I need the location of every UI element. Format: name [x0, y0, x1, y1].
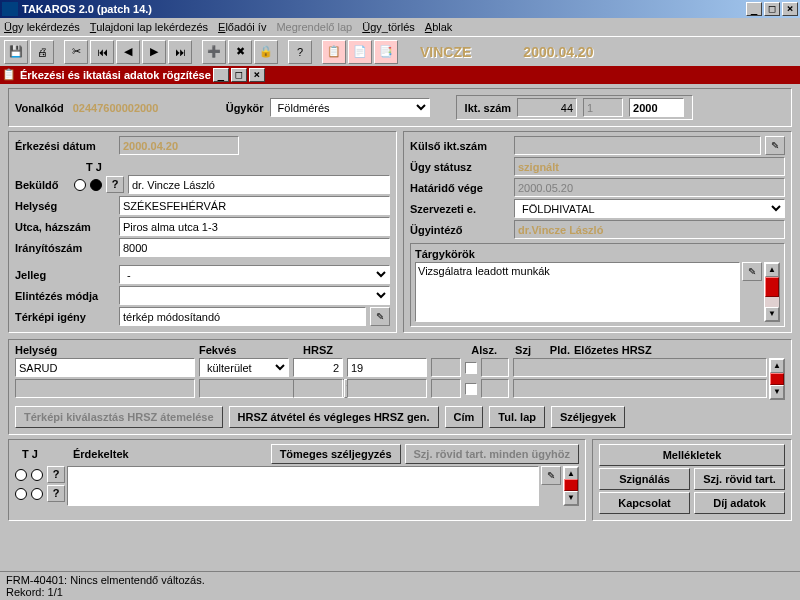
grid-header-fekves: Fekvés	[199, 344, 299, 356]
irsz-input[interactable]	[119, 238, 390, 257]
erdekeltek-scrollbar[interactable]: ▲▼	[563, 466, 579, 506]
szervezeti-label: Szervezeti e.	[410, 203, 510, 215]
subwindow-titlebar: 📋 Érkezési és iktatási adatok rögzítése …	[0, 66, 800, 84]
menu-ablak[interactable]: Ablak	[425, 21, 453, 33]
dijadatok-button[interactable]: Díj adatok	[694, 492, 785, 514]
hatarido-input[interactable]	[514, 178, 785, 197]
erdek-radio-j-1[interactable]	[31, 469, 43, 481]
ikt-sub-input[interactable]	[583, 98, 623, 117]
first-icon[interactable]: ⏮	[90, 40, 114, 64]
erdek-radio-t-1[interactable]	[15, 469, 27, 481]
bekuldo-radio-j[interactable]	[90, 179, 102, 191]
hrszatvetel-button[interactable]: HRSZ átvétel és végleges HRSZ gen.	[229, 406, 439, 428]
erdek-lookup-2[interactable]: ?	[47, 485, 65, 502]
vonalkod-input[interactable]	[70, 98, 200, 117]
szervezeti-select[interactable]: FÖLDHIVATAL	[514, 199, 785, 218]
mellekletek-button[interactable]: Mellékletek	[599, 444, 785, 466]
toolbar-user: VINCZE	[420, 44, 471, 60]
tool-c-icon[interactable]: 📑	[374, 40, 398, 64]
new-icon[interactable]: ➕	[202, 40, 226, 64]
targykorok-scrollbar[interactable]: ▲▼	[764, 262, 780, 322]
terkepigeny-edit-button[interactable]: ✎	[370, 307, 390, 326]
sub-close-button[interactable]: ×	[249, 68, 265, 82]
menu-tulajdoni-lap[interactable]: Tulajdoni lap lekérdezés	[90, 21, 208, 33]
status-bar: FRM-40401: Nincs elmentendő változás. Re…	[0, 571, 800, 600]
save-icon[interactable]: 💾	[4, 40, 28, 64]
menu-eloadoi-iv[interactable]: Előadói ív	[218, 21, 266, 33]
help-icon[interactable]: ?	[288, 40, 312, 64]
utca-input[interactable]	[119, 217, 390, 236]
grid-helyseg-input[interactable]	[15, 358, 195, 377]
erdek-radio-j-2[interactable]	[31, 488, 43, 500]
szeljegyek-button[interactable]: Széljegyek	[551, 406, 625, 428]
grid-szj-checkbox-2[interactable]	[465, 383, 477, 395]
targykorok-textarea[interactable]: Vizsgálatra leadott munkák	[415, 262, 740, 322]
jelleg-label: Jelleg	[15, 269, 115, 281]
grid-alsz-input[interactable]	[431, 358, 461, 377]
kapcsolat-button[interactable]: Kapcsolat	[599, 492, 690, 514]
helyseg-input[interactable]	[119, 196, 390, 215]
grid-szj-checkbox[interactable]	[465, 362, 477, 374]
grid-fekves-select[interactable]: külterület	[199, 358, 289, 377]
subwindow-title: Érkezési és iktatási adatok rögzítése	[20, 69, 211, 81]
grid-pld-input-2[interactable]	[481, 379, 509, 398]
grid-scrollbar[interactable]: ▲▼	[769, 358, 785, 400]
szignalas-button[interactable]: Szignálás	[599, 468, 690, 490]
szjrovid-button[interactable]: Szj. rövid tart.	[694, 468, 785, 490]
grid-elozetes-input-2[interactable]	[513, 379, 767, 398]
print-icon[interactable]: 🖨	[30, 40, 54, 64]
erkdatum-input	[119, 136, 239, 155]
ugykor-select[interactable]: Földmérés	[270, 98, 430, 117]
erdek-lookup-1[interactable]: ?	[47, 466, 65, 483]
bekuldo-label: Beküldő	[15, 179, 70, 191]
elintezes-select[interactable]	[119, 286, 390, 305]
irsz-label: Irányítószám	[15, 242, 115, 254]
lock-icon[interactable]: 🔒	[254, 40, 278, 64]
cut-icon[interactable]: ✂	[64, 40, 88, 64]
grid-hrsz1-input-2[interactable]	[293, 379, 343, 398]
terkepigeny-input[interactable]	[119, 307, 366, 326]
erkdatum-label: Érkezési dátum	[15, 140, 115, 152]
helyseg-label: Helység	[15, 200, 115, 212]
prev-icon[interactable]: ◀	[116, 40, 140, 64]
minimize-button[interactable]: _	[746, 2, 762, 16]
ugystatusz-label: Ügy státusz	[410, 161, 510, 173]
targykorok-edit-button[interactable]: ✎	[742, 262, 762, 281]
grid-hrsz2-input[interactable]	[347, 358, 427, 377]
maximize-button[interactable]: □	[764, 2, 780, 16]
jelleg-select[interactable]: -	[119, 265, 390, 284]
bekuldo-lookup-button[interactable]: ?	[106, 176, 124, 193]
erdek-radio-t-2[interactable]	[15, 488, 27, 500]
grid-header-helyseg: Helység	[15, 344, 195, 356]
menu-ugy-torles[interactable]: Ügy_törlés	[362, 21, 415, 33]
sub-maximize-button[interactable]: □	[231, 68, 247, 82]
close-button[interactable]: ×	[782, 2, 798, 16]
grid-hrsz2-input-2[interactable]	[347, 379, 427, 398]
tool-b-icon[interactable]: 📄	[348, 40, 372, 64]
grid-alsz-input-2[interactable]	[431, 379, 461, 398]
kulsoikt-input[interactable]	[514, 136, 761, 155]
ikt-year-input[interactable]	[629, 98, 684, 117]
menu-ugy-lekerdezes[interactable]: Ügy lekérdezés	[4, 21, 80, 33]
szjrovid-all-button: Szj. rövid tart. minden ügyhöz	[405, 444, 579, 464]
delete-icon[interactable]: ✖	[228, 40, 252, 64]
tool-a-icon[interactable]: 📋	[322, 40, 346, 64]
cim-button[interactable]: Cím	[445, 406, 484, 428]
ikt-num-input[interactable]	[517, 98, 577, 117]
sub-minimize-button[interactable]: _	[213, 68, 229, 82]
last-icon[interactable]: ⏭	[168, 40, 192, 64]
erdekeltek-textarea[interactable]	[67, 466, 539, 506]
erdekeltek-label: Érdekeltek	[73, 448, 129, 460]
next-icon[interactable]: ▶	[142, 40, 166, 64]
tomeges-button[interactable]: Tömeges széljegyzés	[271, 444, 401, 464]
bekuldo-radio-t[interactable]	[74, 179, 86, 191]
grid-helyseg-input-2[interactable]	[15, 379, 195, 398]
kulsoikt-edit-button[interactable]: ✎	[765, 136, 785, 155]
grid-pld-input[interactable]	[481, 358, 509, 377]
grid-header-alsz: Alsz.	[457, 344, 497, 356]
bekuldo-input[interactable]	[128, 175, 390, 194]
erdekeltek-edit-button[interactable]: ✎	[541, 466, 561, 485]
grid-elozetes-input[interactable]	[513, 358, 767, 377]
tullap-button[interactable]: Tul. lap	[489, 406, 545, 428]
grid-hrsz1-input[interactable]	[293, 358, 343, 377]
